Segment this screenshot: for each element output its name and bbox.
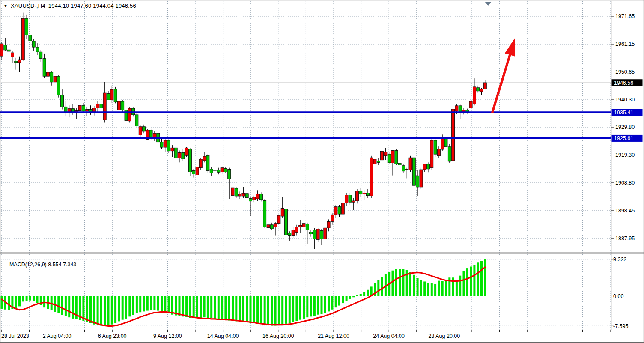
macd-bar — [352, 296, 355, 298]
macd-bar — [459, 276, 461, 296]
candle-body-up — [171, 148, 174, 151]
candle-body-down — [434, 140, 437, 154]
macd-bar — [93, 296, 95, 325]
macd-bar — [8, 296, 10, 310]
chart-collapse-icon[interactable]: ▼ — [3, 4, 8, 8]
macd-bar — [253, 296, 255, 323]
macd-bar — [26, 296, 28, 301]
candle-body-up — [274, 224, 277, 227]
candle-body-up — [139, 127, 142, 135]
macd-axis[interactable]: 9.3220.00-7.595 — [611, 257, 628, 329]
macd-bar — [29, 296, 31, 301]
candle-body-up — [110, 89, 113, 100]
time-axis[interactable]: 28 Jul 20232 Aug 04:006 Aug 23:009 Aug 1… — [1, 330, 610, 339]
candle-body-down — [288, 233, 291, 236]
macd-bar — [132, 296, 134, 315]
macd-bar — [161, 296, 163, 312]
candle-body-up — [405, 169, 408, 170]
price-tick-label: 1929.80 — [615, 124, 635, 130]
macd-bar — [417, 278, 419, 296]
macd-bar — [118, 296, 120, 322]
trend-arrow-head[interactable] — [505, 38, 515, 57]
price-tick-label: 1950.65 — [615, 69, 635, 75]
macd-bar — [473, 265, 475, 296]
macd-bar — [292, 296, 294, 322]
candle-body-up — [267, 225, 270, 228]
candle-body-down — [448, 147, 451, 161]
macd-bar — [377, 280, 379, 296]
macd-bar — [22, 296, 24, 302]
candle-body-up — [370, 158, 373, 196]
candle-body-up — [239, 194, 242, 196]
chart-symbol-period: XAUUSD-,H4 — [11, 3, 45, 9]
macd-bar — [203, 296, 206, 318]
price-axis[interactable]: 1971.651961.151950.651940.301929.801919.… — [611, 13, 643, 241]
trend-arrow[interactable] — [492, 38, 515, 112]
candle-body-up — [203, 156, 206, 161]
macd-bar — [427, 283, 429, 296]
candle-body-up — [331, 215, 334, 221]
candle-body-down — [15, 61, 18, 63]
macd-bar — [409, 272, 411, 296]
macd-label-text: MACD(12,26,9) 8.554 7.343 — [9, 262, 76, 268]
candle-body-down — [107, 93, 110, 100]
candle-body-down — [214, 170, 217, 171]
candle-body-down — [149, 130, 152, 138]
macd-bar — [168, 296, 170, 313]
time-label: 2 Aug 04:00 — [43, 333, 72, 339]
candle-body-up — [341, 203, 344, 214]
price-tick-label: 1940.30 — [615, 97, 635, 103]
time-label-first: 28 Jul 2023 — [1, 333, 29, 339]
macd-bar — [150, 296, 152, 310]
macd-tick-label: -7.595 — [613, 323, 628, 329]
macd-bar — [431, 283, 433, 296]
candle-body-up — [277, 215, 280, 224]
macd-bar — [250, 296, 252, 323]
macd-bar — [242, 296, 244, 322]
candle-body-down — [249, 199, 252, 201]
candle-body-up — [420, 170, 423, 187]
candle-body-up — [281, 208, 284, 216]
macd-bar — [470, 267, 472, 296]
candle-body-up — [381, 151, 384, 160]
time-label: 24 Aug 04:00 — [373, 333, 405, 339]
macd-bar — [342, 296, 344, 304]
macd-bar — [324, 296, 326, 313]
candle-body-up — [128, 108, 131, 121]
macd-bar — [57, 296, 60, 313]
candle-body-up — [96, 104, 99, 108]
macd-bar — [114, 296, 116, 323]
candle-body-down — [427, 164, 430, 169]
macd-bar — [33, 296, 35, 301]
candle-body-up — [430, 140, 433, 168]
macd-bar — [72, 296, 74, 319]
macd-bar — [86, 296, 88, 322]
macd-bar — [104, 296, 106, 326]
candle-body-down — [310, 232, 313, 234]
chart-shift-marker-icon[interactable] — [485, 2, 492, 6]
candle-body-up — [345, 195, 348, 203]
macd-bar — [367, 290, 369, 296]
candle-body-down — [270, 225, 273, 229]
trend-arrow-shaft[interactable] — [492, 55, 510, 112]
macd-bar — [420, 280, 422, 296]
macd-bar — [299, 296, 301, 320]
macd-bar — [171, 296, 173, 315]
macd-bar — [480, 261, 483, 296]
candle-body-up — [46, 72, 49, 76]
candle-body-up — [185, 148, 188, 155]
chart-canvas[interactable]: 1971.651961.151950.651940.301929.801919.… — [0, 0, 644, 343]
macd-bar — [477, 262, 479, 296]
candle-body-up — [302, 224, 305, 227]
macd-bar — [179, 296, 181, 316]
price-tick-label: 1961.15 — [615, 41, 635, 47]
candle-body-up — [327, 221, 330, 228]
macd-bar — [207, 296, 209, 318]
time-label: 28 Aug 20:00 — [429, 333, 460, 339]
candle-body-down — [228, 169, 231, 179]
candle-body-down — [43, 59, 46, 76]
mt4-chart-window: 1971.651961.151950.651940.301929.801919.… — [0, 0, 644, 343]
price-tick-label: 1887.95 — [615, 236, 635, 242]
candle-body-up — [480, 89, 483, 92]
macd-bar — [256, 296, 259, 324]
